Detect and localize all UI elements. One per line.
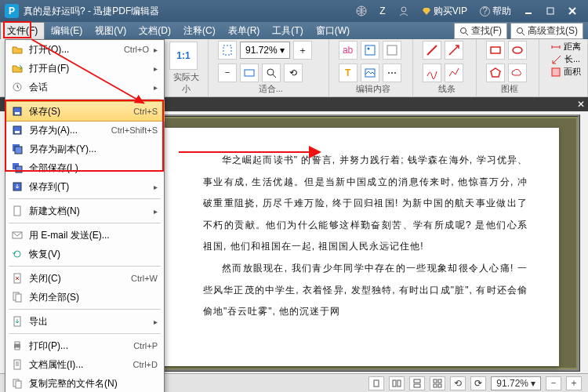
- svg-rect-44: [434, 379, 437, 383]
- menu-open-from[interactable]: 打开自(F)▸: [5, 59, 164, 78]
- polyline-icon[interactable]: [445, 64, 463, 82]
- svg-rect-31: [16, 294, 21, 302]
- menu-form[interactable]: 表单(R): [222, 22, 267, 39]
- ribbon-lines-label: 线条: [423, 82, 470, 95]
- zoom-in-icon[interactable]: ＋: [293, 41, 312, 60]
- svg-rect-25: [16, 166, 22, 172]
- menu-save-all[interactable]: 全部保存(L): [5, 158, 164, 177]
- menu-open[interactable]: 打开(O)...Ctrl+O▸: [5, 40, 164, 59]
- menu-file[interactable]: 文件(F): [0, 22, 45, 39]
- user-icon[interactable]: [392, 0, 416, 22]
- svg-rect-12: [387, 45, 397, 55]
- menu-window[interactable]: 窗口(W): [310, 22, 356, 39]
- edit-text-icon[interactable]: ab: [339, 41, 358, 60]
- svg-point-9: [267, 69, 274, 75]
- menu-print[interactable]: 打印(P)...Ctrl+P: [5, 336, 164, 355]
- svg-point-6: [517, 27, 523, 33]
- minimize-button[interactable]: [517, 0, 539, 22]
- sb-rotate-right-icon[interactable]: ⟳: [470, 376, 486, 390]
- ribbon-shapes-label: 图框: [486, 82, 534, 95]
- menu-new-doc[interactable]: 新建文档(N)▸: [5, 201, 164, 220]
- adv-find-button[interactable]: 高级查找(S): [510, 23, 583, 39]
- line-icon[interactable]: [423, 41, 441, 60]
- svg-point-1: [401, 7, 406, 12]
- svg-text:?: ?: [482, 6, 488, 16]
- menu-save-to[interactable]: 保存到(T)▸: [5, 177, 164, 196]
- sb-rotate-left-icon[interactable]: ⟲: [450, 376, 466, 390]
- menu-email[interactable]: 用 E-mail 发送(E)...: [5, 226, 164, 245]
- edit-object-icon[interactable]: [383, 41, 401, 60]
- zoom-out-icon[interactable]: －: [218, 64, 237, 82]
- menu-tools[interactable]: 工具(T): [266, 22, 309, 39]
- sb-layout-1-icon[interactable]: [368, 376, 384, 390]
- maximize-button[interactable]: [539, 0, 561, 22]
- svg-rect-43: [414, 384, 420, 387]
- svg-rect-16: [552, 68, 560, 76]
- svg-rect-34: [15, 342, 20, 344]
- menu-doc-props[interactable]: 文档属性(I)...Ctrl+D: [5, 355, 164, 374]
- freehand-icon[interactable]: [423, 64, 441, 82]
- arrow-icon[interactable]: [445, 41, 463, 60]
- menu-close[interactable]: 关闭(C)Ctrl+W: [5, 269, 164, 288]
- menu-copy-filename[interactable]: 复制完整的文件名(N): [5, 374, 164, 392]
- menu-edit[interactable]: 编辑(E): [45, 22, 89, 39]
- sb-zoom-combo[interactable]: 91.72%▾: [491, 376, 541, 390]
- zoom-reset-icon[interactable]: ⟲: [284, 64, 303, 82]
- buy-vip-button[interactable]: 购买VIP: [416, 0, 474, 22]
- paragraph: 然而放眼现在, 我们青少年同学中存在的一些现象却很令人心痛! 一些风华正茂的中学…: [203, 258, 528, 323]
- zoom-combo[interactable]: 91.72%▾: [240, 42, 290, 59]
- ribbon-realsize-label: 实际大小: [169, 71, 203, 95]
- menu-close-all[interactable]: 关闭全部(S): [5, 288, 164, 307]
- menu-session[interactable]: 会话▸: [5, 78, 164, 96]
- user-letter[interactable]: Z: [373, 0, 391, 22]
- file-menu: 打开(O)...Ctrl+O▸ 打开自(F)▸ 会话▸ 保存(S)Ctrl+S …: [5, 39, 165, 392]
- close-button[interactable]: [561, 0, 583, 22]
- help-button[interactable]: ?帮助: [474, 0, 517, 22]
- svg-point-11: [367, 48, 369, 50]
- menu-annotate[interactable]: 注释(C): [177, 22, 222, 39]
- svg-rect-4: [547, 8, 554, 14]
- svg-rect-35: [15, 347, 20, 350]
- menu-view[interactable]: 视图(V): [89, 22, 132, 39]
- svg-rect-36: [14, 360, 20, 369]
- svg-rect-39: [374, 380, 379, 387]
- menu-save[interactable]: 保存(S)Ctrl+S: [5, 101, 165, 122]
- rect-icon[interactable]: [486, 41, 505, 60]
- fit-width-icon[interactable]: [240, 64, 259, 82]
- window-title: 真的是好运吗? - 迅捷PDF编辑器: [24, 5, 350, 18]
- fit-page-icon[interactable]: [218, 41, 237, 60]
- sb-zoom-out-icon[interactable]: －: [546, 376, 561, 390]
- text-tool-icon[interactable]: T: [339, 64, 358, 82]
- polygon-icon[interactable]: [486, 64, 505, 82]
- menu-export[interactable]: 导出▸: [5, 312, 164, 331]
- image-tool-icon[interactable]: [361, 64, 379, 82]
- menu-save-copy[interactable]: 另存为副本(Y)...: [5, 140, 164, 158]
- svg-rect-27: [14, 206, 20, 216]
- titlebar: P 真的是好运吗? - 迅捷PDF编辑器 Z 购买VIP ?帮助: [0, 0, 588, 22]
- tab-close-icon[interactable]: ✕: [577, 99, 585, 110]
- realsize-icon[interactable]: 1:1: [169, 42, 198, 70]
- sb-layout-3-icon[interactable]: [409, 376, 425, 390]
- svg-rect-14: [491, 47, 500, 53]
- sb-zoom-in-icon[interactable]: ＋: [566, 376, 582, 390]
- paragraph: 华之崛起而读书" 的誓言, 并努力践行着; 钱学森在海外, 学习优异、事业有成,…: [203, 150, 528, 258]
- svg-rect-10: [365, 45, 375, 55]
- find-button[interactable]: 查找(F): [454, 23, 507, 39]
- zoom-region-icon[interactable]: [262, 64, 281, 82]
- edit-image-icon[interactable]: [361, 41, 379, 60]
- edit-more-icon[interactable]: ⋯: [383, 64, 401, 82]
- svg-point-15: [513, 47, 522, 53]
- globe-icon[interactable]: [350, 0, 373, 22]
- menu-restore[interactable]: 恢复(V): [5, 245, 164, 263]
- cloud-icon[interactable]: [508, 64, 527, 82]
- sb-layout-2-icon[interactable]: [389, 376, 405, 390]
- svg-rect-8: [245, 70, 254, 76]
- svg-point-5: [460, 27, 466, 33]
- menu-document[interactable]: 文档(D): [132, 22, 177, 39]
- svg-rect-23: [15, 147, 22, 154]
- svg-rect-42: [414, 379, 420, 383]
- svg-rect-38: [16, 381, 21, 388]
- sb-layout-4-icon[interactable]: [430, 376, 445, 390]
- ellipse-icon[interactable]: [508, 41, 527, 60]
- menu-save-as[interactable]: 另存为(A)...Ctrl+Shift+S: [5, 121, 164, 140]
